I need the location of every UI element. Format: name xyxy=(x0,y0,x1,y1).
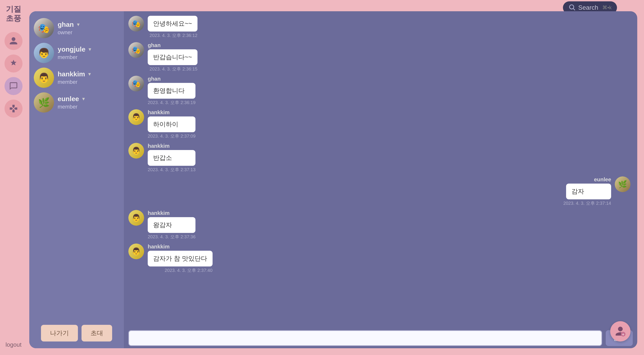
member-info-hankkim: hankkim ▼ member xyxy=(58,70,92,85)
member-name-eunlee: eunlee xyxy=(58,95,79,103)
message-row: 👨 hankkim 왕감자 2023. 4. 3. 오후 2:37:36 xyxy=(128,210,630,240)
avatar-yongjule: 👦 xyxy=(34,43,54,63)
msg-time-7: 2023. 4. 3. 오후 2:37:36 xyxy=(148,234,196,240)
sidebar-item-chat[interactable] xyxy=(4,77,22,95)
msg-bubble-5: 반갑소 xyxy=(148,150,196,166)
message-row: 🎭 ghan 반갑습니다~~ 2023. 4. 3. 오후 2:36:15 xyxy=(128,42,630,72)
members-panel: 🎭 ghan ▼ owner 👦 yongjule ▼ member xyxy=(29,11,124,348)
msg-avatar-1: 🎭 xyxy=(128,16,144,32)
avatar-eunlee: 🌿 xyxy=(34,92,54,113)
member-name-yongjule: yongjule xyxy=(58,46,85,53)
msg-avatar-5: 👨 xyxy=(128,143,144,158)
msg-content-1: 안녕하세요~~ 2023. 4. 3. 오후 2:36:12 xyxy=(148,16,198,38)
message-row: 👨 hankkim 반갑소 2023. 4. 3. 오후 2:37:13 xyxy=(128,143,630,173)
msg-time-5: 2023. 4. 3. 오후 2:37:13 xyxy=(148,167,196,173)
member-name-hankkim: hankkim xyxy=(58,70,85,78)
dropdown-icon-eunlee[interactable]: ▼ xyxy=(81,96,86,102)
msg-avatar-7: 👨 xyxy=(128,210,144,226)
msg-author-7: hankkim xyxy=(148,210,196,216)
svg-text:+: + xyxy=(622,332,624,337)
msg-time-4: 2023. 4. 3. 오후 2:37:09 xyxy=(148,133,196,139)
member-info-yongjule: yongjule ▼ member xyxy=(58,46,92,60)
logout-button[interactable]: logout xyxy=(6,341,22,348)
avatar-hankkim: 👨 xyxy=(34,68,54,88)
invite-button[interactable]: 초대 xyxy=(82,325,112,342)
msg-content-5: hankkim 반갑소 2023. 4. 3. 오후 2:37:13 xyxy=(148,143,196,173)
fab-button[interactable]: + xyxy=(610,321,630,342)
msg-content-4: hankkim 하이하이 2023. 4. 3. 오후 2:37:09 xyxy=(148,109,196,139)
msg-author-8: hankkim xyxy=(148,244,212,250)
msg-author-4: hankkim xyxy=(148,109,196,116)
member-name-ghan: ghan xyxy=(58,21,74,28)
message-row: 🎭 ghan 환영합니다 2023. 4. 3. 오후 2:36:19 xyxy=(128,76,630,106)
msg-content-3: ghan 환영합니다 2023. 4. 3. 오후 2:36:19 xyxy=(148,76,196,106)
msg-avatar-8: 👨 xyxy=(128,244,144,259)
main-area: 🎭 ghan ▼ owner 👦 yongjule ▼ member xyxy=(29,11,637,348)
message-row: 👨 hankkim 하이하이 2023. 4. 3. 오후 2:37:09 xyxy=(128,109,630,139)
msg-time-1: 2023. 4. 3. 오후 2:36:12 xyxy=(150,32,197,38)
panel-buttons: 나가기 초대 xyxy=(34,325,119,342)
chat-input-area: 전송 xyxy=(128,326,633,346)
member-info-eunlee: eunlee ▼ member xyxy=(58,95,86,110)
message-row-self: 🌿 eunlee 감자 2023. 4. 3. 오후 2:37:14 xyxy=(128,176,630,206)
leave-button[interactable]: 나가기 xyxy=(41,325,78,342)
sidebar-item-game[interactable] xyxy=(4,100,22,118)
msg-content-6: eunlee 감자 2023. 4. 3. 오후 2:37:14 xyxy=(564,176,611,206)
msg-author-6: eunlee xyxy=(594,176,611,183)
sidebar-item-medal[interactable] xyxy=(4,54,22,72)
msg-author-3: ghan xyxy=(148,76,196,82)
svg-point-0 xyxy=(570,5,574,9)
chat-area: 🎭 안녕하세요~~ 2023. 4. 3. 오후 2:36:12 🎭 ghan … xyxy=(124,11,637,348)
member-role-yongjule: member xyxy=(58,54,92,60)
search-shortcut: ⌘•k xyxy=(602,5,612,10)
msg-time-2: 2023. 4. 3. 오후 2:36:15 xyxy=(150,66,197,72)
msg-time-6: 2023. 4. 3. 오후 2:37:14 xyxy=(564,200,611,206)
sidebar: 기질 초풍 logout xyxy=(0,0,27,355)
member-info-ghan: ghan ▼ owner xyxy=(58,21,80,36)
msg-author-5: hankkim xyxy=(148,143,196,149)
dropdown-icon-yongjule[interactable]: ▼ xyxy=(88,47,92,52)
msg-avatar-3: 🎭 xyxy=(128,76,144,92)
dropdown-icon-ghan[interactable]: ▼ xyxy=(76,22,80,27)
msg-bubble-3: 환영합니다 xyxy=(148,83,196,99)
member-item-ghan: 🎭 ghan ▼ owner xyxy=(34,18,119,38)
app-title: 기질 초풍 xyxy=(6,4,21,23)
search-icon xyxy=(568,4,576,12)
msg-content-7: hankkim 왕감자 2023. 4. 3. 오후 2:37:36 xyxy=(148,210,196,240)
member-item-eunlee: 🌿 eunlee ▼ member xyxy=(34,92,119,113)
messages-container: 🎭 안녕하세요~~ 2023. 4. 3. 오후 2:36:12 🎭 ghan … xyxy=(128,16,633,326)
msg-bubble-7: 왕감자 xyxy=(148,217,196,233)
msg-avatar-4: 👨 xyxy=(128,109,144,125)
member-item-hankkim: 👨 hankkim ▼ member xyxy=(34,68,119,88)
msg-bubble-1: 안녕하세요~~ xyxy=(148,16,198,32)
svg-line-1 xyxy=(573,8,575,10)
sidebar-nav xyxy=(4,32,22,341)
member-role-eunlee: member xyxy=(58,104,86,110)
member-role-ghan: owner xyxy=(58,29,80,36)
avatar-ghan: 🎭 xyxy=(34,18,54,38)
member-role-hankkim: member xyxy=(58,79,92,85)
search-label: Search xyxy=(578,4,600,11)
message-row: 👨 hankkim 감자가 참 맛있단다 2023. 4. 3. 오후 2:37… xyxy=(128,244,630,274)
msg-avatar-6: 🌿 xyxy=(615,176,630,192)
msg-time-8: 2023. 4. 3. 오후 2:37:40 xyxy=(164,268,212,274)
msg-bubble-8: 감자가 참 맛있단다 xyxy=(148,251,212,266)
message-row: 🎭 안녕하세요~~ 2023. 4. 3. 오후 2:36:12 xyxy=(128,16,630,38)
msg-time-3: 2023. 4. 3. 오후 2:36:19 xyxy=(148,100,196,106)
member-item-yongjule: 👦 yongjule ▼ member xyxy=(34,43,119,63)
msg-avatar-2: 🎭 xyxy=(128,42,144,58)
msg-author-2: ghan xyxy=(148,42,198,48)
chat-input[interactable] xyxy=(128,330,602,346)
msg-bubble-2: 반갑습니다~~ xyxy=(148,49,198,65)
sidebar-item-person[interactable] xyxy=(4,32,22,50)
msg-content-8: hankkim 감자가 참 맛있단다 2023. 4. 3. 오후 2:37:4… xyxy=(148,244,212,274)
msg-bubble-6: 감자 xyxy=(566,184,611,199)
dropdown-icon-hankkim[interactable]: ▼ xyxy=(87,72,92,77)
msg-content-2: ghan 반갑습니다~~ 2023. 4. 3. 오후 2:36:15 xyxy=(148,42,198,72)
msg-bubble-4: 하이하이 xyxy=(148,116,196,132)
